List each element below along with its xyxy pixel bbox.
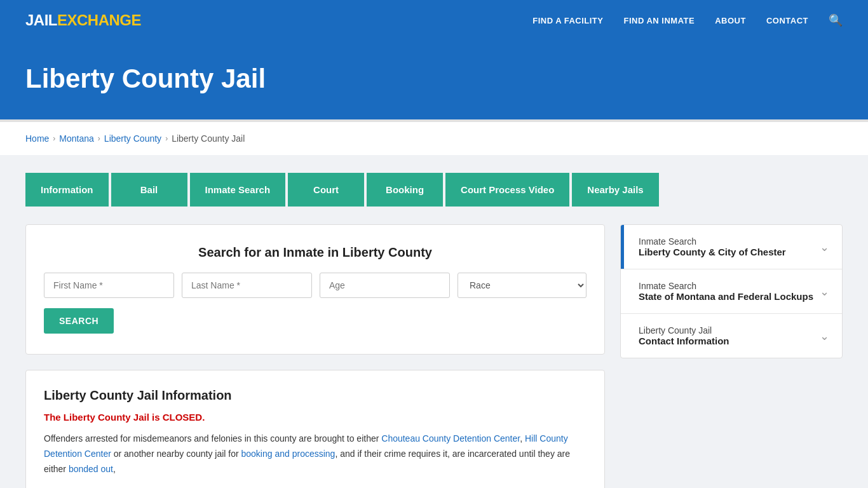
info-box-paragraph: Offenders arrested for misdemeanors and … <box>44 431 587 477</box>
age-input[interactable] <box>320 273 450 298</box>
search-box-title: Search for an Inmate in Liberty County <box>44 245 587 260</box>
last-name-input[interactable] <box>182 273 312 298</box>
nav-find-facility[interactable]: FIND A FACILITY <box>532 16 603 25</box>
search-button[interactable]: SEARCH <box>44 308 114 334</box>
search-fields: Race White Black Hispanic Asian Other <box>44 273 587 298</box>
breadcrumb-current: Liberty County Jail <box>172 133 245 144</box>
sidebar-accent-2 <box>621 269 624 313</box>
left-column: Search for an Inmate in Liberty County R… <box>25 224 605 488</box>
booking-link[interactable]: booking and processing <box>241 449 336 459</box>
sidebar-item-2[interactable]: Inmate Search State of Montana and Feder… <box>621 269 842 314</box>
sidebar-item-3[interactable]: Liberty County Jail Contact Information … <box>621 314 842 358</box>
breadcrumb-bar: Home › Montana › Liberty County › Libert… <box>0 122 868 155</box>
breadcrumb: Home › Montana › Liberty County › Libert… <box>25 133 843 144</box>
first-name-input[interactable] <box>44 273 174 298</box>
logo-jail-text: JAIL <box>25 11 57 29</box>
tab-bar: Information Bail Inmate Search Court Boo… <box>25 173 843 207</box>
breadcrumb-home[interactable]: Home <box>25 133 49 144</box>
chevron-down-icon-3: ⌄ <box>820 329 829 343</box>
breadcrumb-sep-1: › <box>53 134 55 143</box>
jail-closed-notice: The Liberty County Jail is CLOSED. <box>44 412 587 423</box>
nav-contact[interactable]: CONTACT <box>766 16 808 25</box>
sidebar-card: Inmate Search Liberty County & City of C… <box>620 224 843 358</box>
chevron-down-icon-1: ⌄ <box>820 240 829 254</box>
chevron-down-icon-2: ⌄ <box>820 285 829 299</box>
tab-bar-wrapper: Information Bail Inmate Search Court Boo… <box>0 155 868 207</box>
navbar-links: FIND A FACILITY FIND AN INMATE ABOUT CON… <box>532 13 843 27</box>
tab-booking[interactable]: Booking <box>367 173 443 207</box>
sidebar-content-2: Inmate Search State of Montana and Feder… <box>634 281 815 302</box>
logo-exchange-text: EXCHANGE <box>57 11 141 29</box>
sidebar-content-1: Inmate Search Liberty County & City of C… <box>634 236 815 257</box>
navbar: JAILEXCHANGE FIND A FACILITY FIND AN INM… <box>0 0 868 41</box>
chouteau-link[interactable]: Chouteau County Detention Center <box>381 433 520 444</box>
sidebar-sublabel-1: Liberty County & City of Chester <box>639 247 815 257</box>
race-select[interactable]: Race White Black Hispanic Asian Other <box>458 273 587 298</box>
search-icon[interactable]: 🔍 <box>829 13 843 27</box>
sidebar-sublabel-3: Contact Information <box>639 336 815 346</box>
tab-inmate-search[interactable]: Inmate Search <box>190 173 286 207</box>
tab-court-process-video[interactable]: Court Process Video <box>445 173 569 207</box>
inmate-search-box: Search for an Inmate in Liberty County R… <box>25 224 605 355</box>
sidebar-accent-3 <box>621 314 624 358</box>
breadcrumb-sep-3: › <box>165 134 168 143</box>
sidebar-label-3: Liberty County Jail <box>639 325 815 336</box>
sidebar-sublabel-2: State of Montana and Federal Lockups <box>639 291 815 302</box>
tab-information[interactable]: Information <box>25 173 109 207</box>
breadcrumb-liberty-county[interactable]: Liberty County <box>104 133 161 144</box>
sidebar-content-3: Liberty County Jail Contact Information <box>634 325 815 346</box>
main-wrapper: Search for an Inmate in Liberty County R… <box>0 207 868 488</box>
page-title: Liberty County Jail <box>25 64 843 94</box>
nav-find-inmate[interactable]: FIND AN INMATE <box>623 16 695 25</box>
site-logo[interactable]: JAILEXCHANGE <box>25 11 141 29</box>
tab-nearby-jails[interactable]: Nearby Jails <box>572 173 658 207</box>
breadcrumb-sep-2: › <box>98 134 100 143</box>
breadcrumb-montana[interactable]: Montana <box>59 133 93 144</box>
right-sidebar: Inmate Search Liberty County & City of C… <box>620 224 843 488</box>
tab-court[interactable]: Court <box>288 173 364 207</box>
info-box-title: Liberty County Jail Information <box>44 388 587 403</box>
hero-section: Liberty County Jail <box>0 41 868 119</box>
sidebar-item-1[interactable]: Inmate Search Liberty County & City of C… <box>621 225 842 269</box>
sidebar-label-2: Inmate Search <box>639 281 815 291</box>
tab-bail[interactable]: Bail <box>111 173 187 207</box>
bonded-out-link[interactable]: bonded out <box>69 464 113 474</box>
info-box: Liberty County Jail Information The Libe… <box>25 370 605 488</box>
sidebar-accent-1 <box>621 225 624 269</box>
nav-about[interactable]: ABOUT <box>715 16 746 25</box>
sidebar-label-1: Inmate Search <box>639 236 815 247</box>
